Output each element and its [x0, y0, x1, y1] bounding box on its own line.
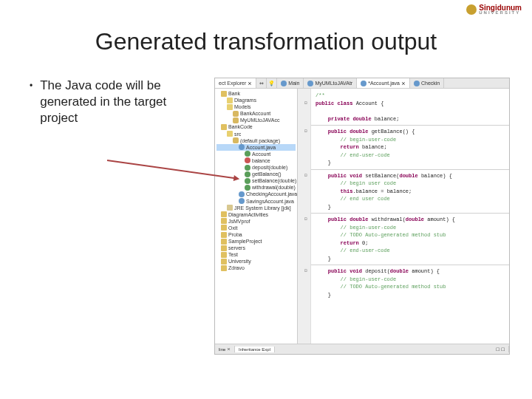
tree-item: src [216, 131, 296, 137]
tree-label: CheckingAccount.java [246, 191, 297, 197]
method-icon [245, 178, 250, 184]
lib-icon [227, 205, 233, 211]
tree-item: Oxit [216, 225, 296, 231]
field-icon [245, 157, 250, 163]
method-icon [245, 171, 250, 177]
java-icon [239, 198, 245, 204]
tree-item: Diagrams [216, 97, 296, 103]
tree-label: Diagrams [234, 97, 256, 103]
prj-icon [221, 232, 227, 238]
editor-tab: *Account.java ⨯ [357, 78, 410, 88]
ide-tabbar: ect Explorer ⨯ ⇔ 💡 MainMyUMLtoJAVAtr*Acc… [215, 78, 509, 89]
tree-label: SavingsAccount.java [246, 198, 294, 205]
slide-title: Generated transformation output [0, 28, 532, 55]
tree-label: Test [228, 251, 238, 258]
tree-label: Proba [228, 231, 242, 238]
prj-icon [221, 218, 227, 224]
prj-icon [221, 265, 227, 271]
tree-label: JsMVprof [228, 218, 250, 225]
tree-label: BankCode [228, 123, 253, 130]
tree-item: Account.java [216, 144, 296, 151]
bottom-tab-line: line ⨯ [215, 346, 235, 352]
tab-label: *Account.java ⨯ [368, 81, 406, 86]
tree-item: Models [216, 103, 296, 110]
tree-item: BankAccount [216, 110, 296, 117]
tree-label: deposit(double) [252, 164, 287, 171]
tree-label: University [228, 258, 251, 265]
pkg-icon [233, 137, 239, 143]
tree-item: JRE System Library [jdk] [216, 205, 296, 211]
ide-bottom-bar: line ⨯ Inheritance Expl ☐ ☐ [215, 344, 509, 354]
tree-item: Bank [216, 90, 296, 97]
tree-label: Account [252, 151, 270, 157]
tree-item: (default package) [216, 137, 296, 144]
folder-icon [227, 104, 233, 110]
tree-label: withdrawal(double) [252, 184, 296, 191]
tree-label: JRE System Library [jdk] [234, 205, 291, 211]
java-file-icon [307, 81, 313, 86]
link-icon: ⇔ [256, 78, 267, 88]
prj-icon [221, 225, 227, 231]
tree-item: DiagramActivities [216, 211, 296, 218]
java-file-icon [414, 81, 420, 86]
tab-label: Main [288, 81, 299, 86]
tree-label: Oxit [228, 225, 237, 231]
prj-icon [221, 259, 227, 265]
logo-mark-icon [466, 4, 477, 15]
tree-item: Test [216, 251, 296, 258]
brand-logo: Singidunum UNIVERSITY [466, 4, 522, 15]
method-icon [245, 185, 250, 191]
folder-icon [227, 131, 233, 137]
tree-label: getBalance() [252, 171, 282, 177]
tree-label: DiagramActivities [228, 211, 268, 218]
tree-item: SavingsAccount.java [216, 198, 296, 205]
bullet-text: The Java code will be generated in the t… [40, 78, 207, 126]
tree-label: MyUMLtoJAVAcc [240, 117, 279, 123]
tree-label: (default package) [240, 137, 280, 144]
tree-item: setBalance(double) [216, 177, 296, 184]
tree-label: servers [228, 245, 245, 251]
code-editor: /** public class Account { private doubl… [298, 89, 509, 344]
prj-icon [221, 252, 227, 258]
explorer-tab: ect Explorer ⨯ [215, 78, 256, 88]
tree-label: BankAccount [240, 110, 270, 117]
java-file-icon [281, 81, 287, 86]
tree-label: Models [234, 103, 251, 110]
prj-icon [221, 239, 227, 245]
tree-label: SampleProject [228, 238, 262, 245]
prj-icon [221, 91, 227, 97]
tree-item: CheckingAccount.java [216, 191, 296, 197]
bullet-dot-icon: • [30, 81, 33, 92]
method-icon [245, 165, 250, 171]
tree-label: Account.java [246, 144, 276, 151]
project-explorer: BankDiagramsModelsBankAccountMyUMLtoJAVA… [215, 89, 298, 344]
tree-item: withdrawal(double) [216, 184, 296, 191]
java-icon [239, 144, 245, 150]
tree-label: Zdravo [228, 265, 245, 271]
bottom-tab-inheritance: Inheritance Expl [235, 347, 275, 352]
tree-item: Proba [216, 231, 296, 238]
tree-item: Zdravo [216, 265, 296, 271]
java-file-icon [361, 81, 366, 86]
prj-icon [221, 211, 227, 217]
tree-label: Bank [228, 90, 240, 97]
prj-icon [221, 124, 227, 130]
tree-item: SampleProject [216, 238, 296, 245]
pkg-icon [233, 117, 239, 123]
tree-label: src [234, 131, 241, 137]
tree-item: deposit(double) [216, 164, 296, 171]
tree-item: balance [216, 157, 296, 164]
tree-item: University [216, 258, 296, 265]
folder-icon [227, 98, 233, 103]
java-icon [239, 191, 245, 197]
lightbulb-icon: 💡 [267, 78, 277, 88]
tab-label: MyUMLtoJAVAtr [315, 81, 352, 86]
tree-label: balance [252, 157, 270, 164]
tree-item: JsMVprof [216, 218, 296, 225]
tree-item: Account [216, 151, 296, 157]
logo-subtext: UNIVERSITY [479, 10, 522, 15]
tab-label: Checkin [421, 81, 440, 86]
bullet-item: • The Java code will be generated in the… [30, 78, 207, 126]
pkg-icon [233, 111, 239, 117]
editor-tab: Main [277, 78, 304, 88]
